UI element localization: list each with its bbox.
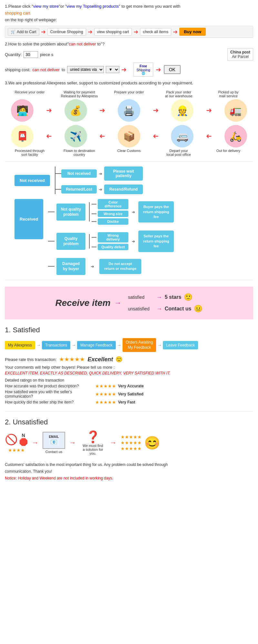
- received-flowchart: Received Not qualityproblem Color differ…: [15, 199, 243, 275]
- section2-title: 2.How to solve the problem about"can not…: [5, 42, 253, 46]
- find-solution-label: We must finda solution foryou.: [80, 444, 106, 455]
- country-select[interactable]: unied states via: [67, 66, 104, 73]
- proc-arrow-0: ➜: [46, 106, 52, 115]
- unsatisfied-row: unsatisfied → Contact us 😐: [128, 305, 203, 313]
- qty-input[interactable]: [24, 51, 38, 58]
- ok-button[interactable]: OK: [164, 65, 181, 74]
- unsat-stop: 🚫 N 🛑 ★★★★: [5, 433, 28, 453]
- not-received-main: Not received: [15, 175, 50, 186]
- rating-stars: ★★★★★: [59, 356, 85, 363]
- shopping-cart-text: shopping cart.: [5, 10, 253, 17]
- section3: 3.We are professional Aliexpress seller,…: [5, 80, 253, 85]
- detailed-ratings: Detailed ratings on this transaction How…: [5, 378, 253, 405]
- qty-row: Quantity: piece s China post Air Parcel: [5, 48, 253, 61]
- free-shipping-label: Free: [136, 64, 150, 68]
- arrow4: ➜: [173, 28, 178, 35]
- proc-icon-0: 🧑‍💻: [11, 99, 34, 122]
- proc-label-5: Out for delivery: [209, 149, 248, 156]
- proc-arrow-2: ➜: [153, 106, 159, 115]
- comments-prompt: Your comments will help other buyers! Pl…: [5, 365, 253, 370]
- rate-text: Please rate this transaction:: [5, 357, 56, 362]
- proc-arrow-8: ➜: [46, 132, 52, 140]
- arrow3: ➜: [134, 28, 138, 35]
- receive-item-title: Receive item: [55, 298, 111, 308]
- proc-icon-8: ✈️: [64, 125, 87, 147]
- proc-label-2: Prepare your order: [110, 90, 148, 98]
- excellent-icon: 🙂: [115, 356, 123, 363]
- proc-label-3: Pack your orderat our warehouse: [159, 90, 198, 98]
- detailed-label: Detailed ratings on this transaction: [5, 378, 253, 383]
- free-ship-ok: Free Shipping 🌐 ➜ OK: [129, 62, 181, 77]
- notice-section: Customers' satisfaction is the most impo…: [5, 462, 253, 481]
- unsat-question: ❓ We must finda solution foryou.: [80, 430, 106, 455]
- proc-label-6: Depart yourlocal post office: [159, 149, 198, 156]
- cart-step-view: view shopping cart: [94, 28, 132, 36]
- cart-step-continue: Continue Shopping: [47, 28, 86, 36]
- bc-manage-feedback[interactable]: Manage Feedback: [77, 341, 115, 349]
- ship-arrow: ➜: [121, 66, 127, 73]
- no-sign: 🚫: [5, 433, 18, 446]
- please-wait: Please waitpatiently: [104, 166, 143, 181]
- received-main: Received: [15, 199, 43, 239]
- bc-leave-feedback[interactable]: Leave Feedback: [163, 341, 198, 349]
- ok-arrow: ➜: [156, 66, 161, 73]
- unsat-arrow: →: [156, 306, 162, 312]
- excellent-label: Excellent: [87, 356, 113, 363]
- rating-row-2: How satisfied were you with the seller's…: [5, 390, 253, 399]
- quality-label: Qualityproblem: [56, 233, 85, 250]
- cart-flow: 🛒 Add to Cart ➜ Continue Shopping ➜ view…: [5, 26, 253, 38]
- proc-icon-2: 🖨️: [118, 99, 140, 122]
- smile-icon: 🙂: [184, 293, 193, 301]
- bc-orders-awaiting[interactable]: Orders AwaitingMy Feedback: [123, 338, 156, 352]
- cart-icon: 🛒: [11, 30, 15, 34]
- email-box: EMAIL 📧: [43, 432, 65, 449]
- qty-label: Quantity:: [5, 52, 22, 57]
- buy-now-button[interactable]: Buy now: [179, 28, 206, 36]
- proc-arrow-7: ➜: [99, 132, 105, 140]
- rating-row: Please rate this transaction: ★★★★★ Exce…: [5, 356, 253, 363]
- proc-icon-7: 📦: [118, 125, 140, 147]
- proc-icon-5: 🛵: [224, 125, 247, 147]
- bc-my-aliexpress[interactable]: My Aliexpress: [5, 341, 35, 349]
- shipping-method-select[interactable]: ▼: [106, 66, 119, 73]
- cart-step-buy[interactable]: Buy now: [179, 28, 206, 36]
- unsat-flow: 🚫 N 🛑 ★★★★ → EMAIL 📧 Contact us →: [5, 430, 253, 455]
- shipping-row: shipping cost: can not deliver to unied …: [5, 62, 253, 77]
- unsat-arrow1: →: [32, 439, 39, 447]
- free-shipping-box: Free Shipping 🌐: [134, 62, 153, 77]
- sat-arrow: →: [156, 294, 162, 301]
- damaged-label: Damagedby buyer: [56, 258, 85, 275]
- unsat-arrow2: →: [69, 439, 76, 447]
- wrong-size: Wrong size: [98, 211, 128, 217]
- unsatisfied-title: 2. Unsatisfied: [5, 418, 253, 426]
- stars-grid: ★★★★★ ★★★★★ ★★★★★: [121, 434, 142, 451]
- proc-icon-9: 📮: [11, 125, 34, 147]
- unsatisfied-label: unsatisfied: [128, 306, 154, 311]
- quality-defect: Quality defect: [98, 244, 128, 250]
- seller-pays: Seller pays thereturn shipping fee: [138, 231, 174, 252]
- webpage-text: on the top right of webpage:: [5, 17, 253, 24]
- no-return: Do not acceptreturn or exchange: [99, 259, 141, 274]
- topselling-link[interactable]: view my Topselling products: [67, 4, 119, 9]
- section2: 2.How to solve the problem about"can not…: [5, 42, 253, 77]
- cannot-deliver-ship: can not deliver: [33, 67, 60, 72]
- proc-icon-4: 🚛: [224, 99, 247, 122]
- china-post-box: China post Air Parcel: [227, 48, 253, 61]
- receive-arrow: →: [114, 299, 122, 307]
- contact-us-result: Contact us: [165, 306, 192, 312]
- view-store-link[interactable]: view my store: [33, 4, 59, 9]
- not-received-flowchart: Not received Not received ➜ Please waitp…: [5, 166, 253, 275]
- not-received-branch1: Not received: [61, 169, 97, 178]
- proc-icon-1: 💰: [64, 99, 87, 122]
- cart-step-check: check all items: [140, 28, 171, 36]
- satisfied-section: 1. Satisfied My Aliexpress → Transaction…: [5, 326, 253, 405]
- unsat-outcome: ★★★★★ ★★★★★ ★★★★★ 😊: [121, 434, 160, 451]
- bc-transactions[interactable]: Transactions: [42, 341, 70, 349]
- returned-lost: Returned/Lost: [61, 185, 97, 194]
- ship-label: shipping cost:: [5, 67, 31, 72]
- quality-branch: Qualityproblem Wrong delivery Quality de…: [48, 231, 174, 252]
- notice-holiday: Notice: Holiday and Weekend are not incl…: [5, 475, 253, 481]
- neutral-icon: 😐: [194, 305, 203, 313]
- example-comment: EXCELLENT ITEM, EXACTLY AS DESCRIBED, QU…: [5, 371, 253, 375]
- proc-label-0: Receive your order: [10, 90, 49, 98]
